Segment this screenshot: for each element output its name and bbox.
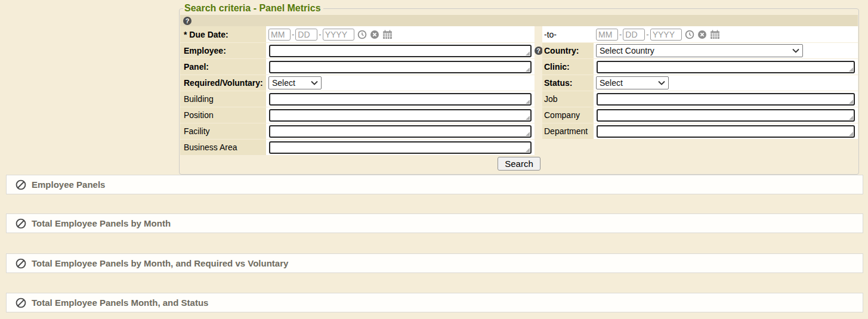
department-input[interactable] <box>597 125 855 138</box>
building-job-row: Building Job <box>180 91 858 107</box>
employee-country-row: Employee: ? Country: Select Country <box>180 42 858 58</box>
position-cell <box>266 107 535 123</box>
to-label: -to- <box>542 26 594 42</box>
business-area-label: Business Area <box>180 140 266 155</box>
required-voluntary-select-value: Select <box>272 78 295 88</box>
due-date-to-group: - - <box>596 29 720 41</box>
job-input[interactable] <box>597 93 855 106</box>
clear-date-icon[interactable] <box>370 30 379 39</box>
department-label: Department <box>542 123 594 139</box>
date-separator: - <box>319 30 321 39</box>
no-data-icon <box>16 179 26 190</box>
page: Search criteria - Panel Metrics ? * Due … <box>0 0 868 319</box>
section-total-panels-by-month[interactable]: Total Employee Panels by Month <box>6 213 863 233</box>
help-bar: ? <box>180 15 858 26</box>
panel-clinic-row: Panel: Clinic: <box>180 58 858 75</box>
country-select[interactable]: Select Country <box>596 44 803 57</box>
company-label: Company <box>542 107 594 123</box>
clear-date-icon[interactable] <box>697 30 707 39</box>
position-input[interactable] <box>269 109 532 122</box>
column-gap <box>535 26 542 42</box>
facility-department-row: Facility Department <box>180 123 858 139</box>
business-area-input[interactable] <box>269 141 532 154</box>
no-data-icon <box>16 298 26 308</box>
employee-label: Employee: <box>180 43 266 58</box>
due-date-from-month-input[interactable] <box>268 29 291 41</box>
search-criteria-panel: Search criteria - Panel Metrics ? * Due … <box>179 3 859 175</box>
company-cell <box>594 107 858 123</box>
job-label: Job <box>542 91 594 107</box>
due-date-from-year-input[interactable] <box>323 29 354 41</box>
panel-cell <box>266 59 535 75</box>
country-label-cell: Country: <box>542 43 594 58</box>
country-label: Country: <box>544 46 579 55</box>
facility-label: Facility <box>180 123 266 139</box>
section-employee-panels[interactable]: Employee Panels <box>6 175 863 194</box>
date-separator: - <box>619 30 622 39</box>
employee-help-icon[interactable]: ? <box>535 47 543 55</box>
calendar-icon[interactable] <box>382 30 393 39</box>
due-date-from-group: - - <box>268 29 393 41</box>
due-date-to-year-input[interactable] <box>650 29 682 41</box>
due-date-to-cell: - - <box>594 26 858 42</box>
country-select-value: Select Country <box>600 46 654 55</box>
due-date-to-month-input[interactable] <box>596 29 618 41</box>
section-title: Total Employee Panels by Month, and Requ… <box>32 258 288 268</box>
date-separator: - <box>292 30 294 39</box>
required-voluntary-select[interactable]: Select <box>268 76 322 89</box>
section-title: Employee Panels <box>32 179 105 190</box>
no-data-icon <box>16 258 26 269</box>
status-cell: Select <box>594 75 858 91</box>
form-help-icon[interactable]: ? <box>183 17 191 25</box>
status-select-value: Select <box>600 78 623 88</box>
facility-input[interactable] <box>269 125 532 138</box>
section-total-panels-month-status[interactable]: Total Employee Panels Month, and Status <box>6 293 863 312</box>
required-voluntary-cell: Select <box>266 75 535 91</box>
time-picker-icon[interactable] <box>685 30 694 39</box>
panel-input[interactable] <box>269 61 532 73</box>
required-status-row: Required/Voluntary: Select Status: Selec… <box>180 75 858 91</box>
department-cell <box>594 123 858 139</box>
building-input[interactable] <box>269 93 532 106</box>
employee-input[interactable] <box>269 45 532 57</box>
company-input[interactable] <box>597 109 855 122</box>
due-date-from-cell: - - <box>266 26 535 42</box>
building-label: Building <box>180 91 266 107</box>
chevron-down-icon <box>658 80 665 85</box>
country-cell: Select Country <box>594 43 858 58</box>
due-date-row: * Due Date: - - <box>180 26 858 42</box>
search-button[interactable]: Search <box>498 157 540 171</box>
facility-cell <box>266 123 535 139</box>
due-date-label: * Due Date: <box>180 26 266 42</box>
status-select[interactable]: Select <box>596 76 669 89</box>
business-area-row: Business Area <box>180 139 858 155</box>
date-separator: - <box>646 30 648 39</box>
position-company-row: Position Company <box>180 107 858 123</box>
required-voluntary-label: Required/Voluntary: <box>180 75 266 91</box>
business-area-cell <box>266 140 535 155</box>
chevron-down-icon <box>311 80 318 85</box>
section-title: Total Employee Panels by Month <box>32 218 171 228</box>
search-button-row: Search <box>180 157 858 171</box>
calendar-icon[interactable] <box>710 30 720 39</box>
job-cell <box>594 91 858 107</box>
due-date-to-day-input[interactable] <box>623 29 645 41</box>
clinic-label: Clinic: <box>542 59 594 75</box>
section-total-panels-required-vs-voluntary[interactable]: Total Employee Panels by Month, and Requ… <box>6 253 863 273</box>
panel-label: Panel: <box>180 59 266 75</box>
no-data-icon <box>16 218 26 229</box>
clinic-cell <box>594 59 858 75</box>
chevron-down-icon <box>792 48 799 53</box>
time-picker-icon[interactable] <box>357 30 367 39</box>
clinic-input[interactable] <box>597 61 855 73</box>
due-date-from-day-input[interactable] <box>295 29 317 41</box>
position-label: Position <box>180 107 266 123</box>
section-title: Total Employee Panels Month, and Status <box>32 298 208 308</box>
search-criteria-legend: Search criteria - Panel Metrics <box>183 3 323 14</box>
status-label: Status: <box>542 75 594 91</box>
employee-cell <box>266 43 535 58</box>
building-cell <box>266 91 535 107</box>
